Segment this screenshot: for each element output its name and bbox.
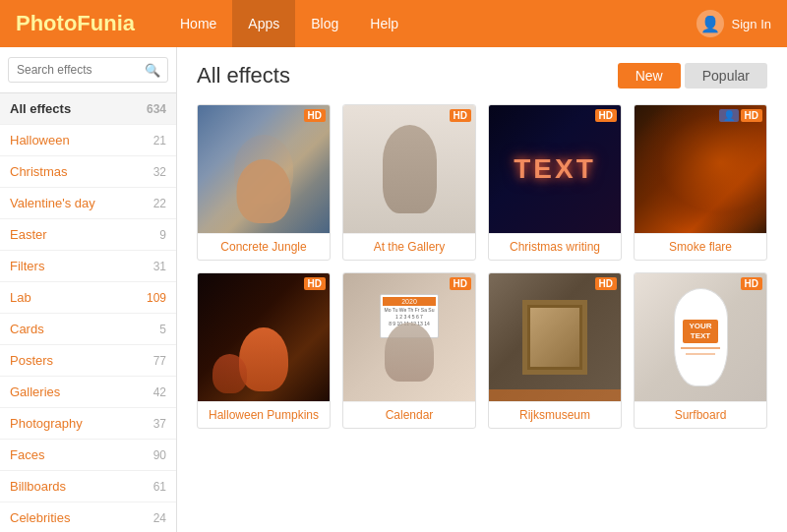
filter-new-button[interactable]: New bbox=[618, 63, 681, 89]
sidebar-item-count: 109 bbox=[147, 291, 166, 305]
effect-card-concrete-jungle[interactable]: HD Concrete Jungle bbox=[197, 104, 331, 261]
sidebar-item-label: Celebrities bbox=[10, 510, 70, 525]
sidebar-item-count: 31 bbox=[153, 260, 166, 273]
sidebar-item-count: 22 bbox=[153, 197, 166, 210]
sidebar-item-billboards[interactable]: Billboards 61 bbox=[0, 471, 176, 502]
sidebar-item-count: 61 bbox=[153, 480, 166, 494]
sidebar-item-label: Valentine's day bbox=[10, 196, 95, 210]
hd-badge: HD bbox=[741, 109, 762, 122]
logo-funia: Funia bbox=[77, 11, 135, 35]
effect-card-surfboard[interactable]: YOURTEXT HD Surfboard bbox=[634, 272, 767, 429]
main-layout: 🔍 All effects 634 Halloween 21 Christmas… bbox=[0, 47, 787, 532]
content-header: All effects New Popular bbox=[197, 63, 767, 89]
sidebar-item-posters[interactable]: Posters 77 bbox=[0, 345, 176, 377]
effect-label: At the Gallery bbox=[343, 233, 475, 260]
hd-badge: HD bbox=[450, 109, 471, 122]
effect-label: Halloween Pumpkins bbox=[198, 401, 330, 428]
effects-grid: HD Concrete Jungle HD At the Gallery bbox=[197, 104, 767, 429]
nav-home[interactable]: Home bbox=[164, 0, 232, 47]
sidebar-item-count: 634 bbox=[147, 102, 166, 116]
effect-label: Calendar bbox=[343, 401, 475, 428]
sidebar-item-celebrities[interactable]: Celebrities 24 bbox=[0, 502, 176, 532]
effect-card-rijksmuseum[interactable]: HD Rijksmuseum bbox=[488, 272, 622, 429]
search-box: 🔍 bbox=[0, 47, 176, 93]
effect-image: HD bbox=[198, 105, 330, 233]
sidebar-item-label: All effects bbox=[10, 101, 71, 116]
effect-image: HD bbox=[489, 273, 621, 401]
sidebar-item-count: 9 bbox=[159, 228, 166, 242]
effect-image: HD 👤 bbox=[635, 105, 766, 233]
effect-label: Smoke flare bbox=[635, 233, 766, 260]
sidebar-item-label: Christmas bbox=[10, 164, 68, 179]
sidebar-item-count: 37 bbox=[153, 417, 166, 431]
effect-image: YOURTEXT HD bbox=[635, 273, 766, 401]
hd-badge: HD bbox=[304, 109, 326, 122]
user-icon: 👤 bbox=[696, 10, 724, 37]
header: PhotoFunia Home Apps Blog Help 👤 Sign In bbox=[0, 0, 787, 47]
sidebar-item-label: Halloween bbox=[10, 133, 70, 148]
sidebar-item-faces[interactable]: Faces 90 bbox=[0, 440, 176, 471]
filter-popular-button[interactable]: Popular bbox=[685, 63, 767, 89]
sidebar-item-easter[interactable]: Easter 9 bbox=[0, 219, 176, 251]
logo[interactable]: PhotoFunia bbox=[16, 11, 135, 36]
sidebar-item-label: Posters bbox=[10, 353, 53, 368]
sign-in-area[interactable]: 👤 Sign In bbox=[696, 10, 771, 37]
effect-card-christmas-writing[interactable]: TEXT HD Christmas writing bbox=[488, 104, 622, 261]
effect-image: HD bbox=[198, 273, 330, 401]
sidebar-item-christmas[interactable]: Christmas 32 bbox=[0, 156, 176, 188]
sidebar-item-galleries[interactable]: Galleries 42 bbox=[0, 377, 176, 408]
sidebar-item-label: Galleries bbox=[10, 384, 60, 399]
effect-image: TEXT HD bbox=[489, 105, 621, 233]
person-badge: 👤 bbox=[719, 109, 739, 122]
hd-badge: HD bbox=[595, 277, 617, 290]
nav-blog[interactable]: Blog bbox=[295, 0, 354, 47]
hd-badge: HD bbox=[450, 277, 471, 290]
sidebar-item-count: 42 bbox=[153, 385, 166, 399]
effect-card-halloween-pumpkins[interactable]: HD Halloween Pumpkins bbox=[197, 272, 331, 429]
effect-card-smoke-flare[interactable]: HD 👤 Smoke flare bbox=[634, 104, 767, 261]
sidebar-item-count: 32 bbox=[153, 165, 166, 179]
sidebar-item-label: Filters bbox=[10, 259, 44, 273]
sidebar-item-label: Easter bbox=[10, 227, 47, 242]
sidebar-item-halloween[interactable]: Halloween 21 bbox=[0, 125, 176, 156]
effect-image: 2020 Mo Tu We Th Fr Sa Su 1 2 3 4 5 6 7 … bbox=[343, 273, 475, 401]
sidebar-item-label: Billboards bbox=[10, 479, 66, 494]
hd-badge: HD bbox=[304, 277, 326, 290]
sidebar-item-label: Lab bbox=[10, 290, 31, 305]
page-title: All effects bbox=[197, 63, 290, 89]
sidebar-item-count: 77 bbox=[153, 354, 166, 368]
effect-image: HD bbox=[343, 105, 475, 233]
main-nav: Home Apps Blog Help bbox=[164, 0, 414, 47]
sidebar-item-count: 5 bbox=[159, 323, 166, 336]
nav-help[interactable]: Help bbox=[354, 0, 414, 47]
search-button[interactable]: 🔍 bbox=[145, 63, 160, 78]
sidebar-item-count: 21 bbox=[153, 134, 166, 148]
hd-badge: HD bbox=[595, 109, 617, 122]
hd-badge: HD bbox=[741, 277, 762, 290]
signin-label: Sign In bbox=[732, 17, 771, 31]
sidebar-item-label: Cards bbox=[10, 322, 44, 336]
sidebar-item-valentines[interactable]: Valentine's day 22 bbox=[0, 188, 176, 219]
sidebar-item-cards[interactable]: Cards 5 bbox=[0, 314, 176, 345]
sidebar-item-photography[interactable]: Photography 37 bbox=[0, 408, 176, 440]
sidebar-item-count: 90 bbox=[153, 448, 166, 462]
sidebar-item-count: 24 bbox=[153, 511, 166, 525]
sidebar-item-lab[interactable]: Lab 109 bbox=[0, 282, 176, 314]
effect-label: Concrete Jungle bbox=[198, 233, 330, 260]
effect-card-calendar[interactable]: 2020 Mo Tu We Th Fr Sa Su 1 2 3 4 5 6 7 … bbox=[342, 272, 476, 429]
content-area: All effects New Popular HD Concrete Jung… bbox=[177, 47, 787, 532]
sidebar-item-all-effects[interactable]: All effects 634 bbox=[0, 93, 176, 125]
effect-label: Surfboard bbox=[635, 401, 766, 428]
sidebar-item-filters[interactable]: Filters 31 bbox=[0, 251, 176, 282]
logo-photo: Photo bbox=[16, 11, 77, 35]
sidebar-item-label: Faces bbox=[10, 447, 44, 462]
nav-apps[interactable]: Apps bbox=[232, 0, 295, 47]
effect-label: Christmas writing bbox=[489, 233, 621, 260]
effect-card-at-the-gallery[interactable]: HD At the Gallery bbox=[342, 104, 476, 261]
filter-buttons: New Popular bbox=[618, 63, 767, 89]
effect-label: Rijksmuseum bbox=[489, 401, 621, 428]
sidebar: 🔍 All effects 634 Halloween 21 Christmas… bbox=[0, 47, 177, 532]
sidebar-item-label: Photography bbox=[10, 416, 83, 431]
